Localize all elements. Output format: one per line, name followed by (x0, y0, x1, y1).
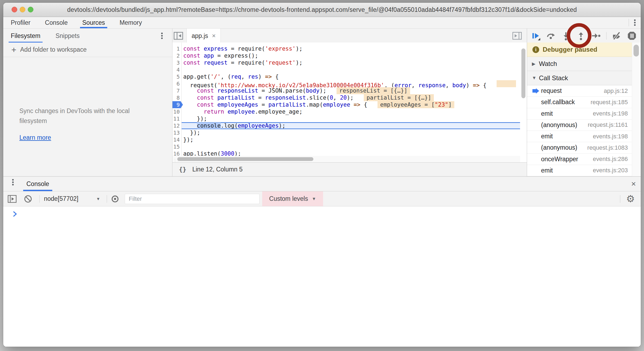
code-line[interactable]: }); (182, 115, 520, 122)
gutter-line-number[interactable]: 13 (172, 129, 181, 136)
main-toolbar: Profiler Console Sources Memory (3, 17, 641, 29)
console-menu-kebab-icon[interactable] (7, 177, 19, 188)
step-into-button[interactable] (560, 30, 572, 42)
frame-function-name: (anonymous) (541, 144, 577, 151)
pretty-print-icon[interactable]: {} (179, 166, 186, 173)
code-editor[interactable]: 1234567891011121314151617 const express … (172, 43, 527, 162)
gutter-line-number[interactable]: 4 (172, 66, 181, 73)
execution-code-line[interactable]: console.log(employeeAges); (182, 122, 520, 129)
code-line[interactable]: return employee.employee_age; (182, 108, 520, 115)
gutter-line-number[interactable]: 8 (172, 94, 181, 101)
code-line[interactable] (182, 66, 520, 73)
zoom-window-button[interactable] (28, 7, 33, 12)
code-line[interactable]: request('http://www.mocky.io/v2/5e1a9abe… (182, 80, 520, 87)
execution-context-select[interactable]: node[57702] ▼ (44, 195, 100, 202)
console-filter-input[interactable] (125, 194, 259, 204)
gutter-line-number[interactable]: 7 (172, 87, 181, 94)
show-debugger-sidebar-icon[interactable] (511, 29, 523, 43)
frame-function-name: request (541, 87, 562, 94)
code-line[interactable]: const partialList = responseList.slice(0… (182, 94, 520, 101)
show-console-sidebar-icon[interactable] (8, 195, 17, 203)
editor-code-area[interactable]: const express = require('express');const… (182, 43, 520, 162)
callstack-frame[interactable]: onceWrapperevents.js:286 (527, 154, 632, 165)
console-toolbar: node[57702] ▼ Custom levels ▼ ⚙ (3, 191, 641, 206)
editor-vertical-scrollbar[interactable] (520, 43, 527, 162)
file-tab-appjs[interactable]: app.js × (186, 29, 221, 43)
cursor-position-label: Line 12, Column 5 (192, 166, 243, 173)
callstack-frame[interactable]: emitevents.js:203 (527, 165, 632, 176)
sidebar-scrollbar[interactable] (632, 43, 641, 176)
navigator-menu-kebab-icon[interactable] (156, 29, 168, 43)
learn-more-link[interactable]: Learn more (19, 134, 51, 141)
sidebar-scroll-thumb[interactable] (633, 45, 639, 57)
gutter-line-number[interactable]: 15 (172, 143, 181, 150)
deactivate-breakpoints-button[interactable] (611, 30, 623, 42)
resume-script-button[interactable] (530, 30, 542, 42)
close-console-icon[interactable]: × (631, 177, 636, 191)
console-toolbar-divider (620, 195, 620, 203)
gutter-line-number[interactable]: 10 (172, 108, 181, 115)
callstack-frame[interactable]: requestapp.js:12 (527, 85, 632, 97)
main-menu-kebab-icon[interactable] (629, 17, 641, 28)
code-line[interactable]: const app = express(); (182, 52, 520, 59)
callstack-frame[interactable]: (anonymous)request.js:1083 (527, 142, 632, 153)
close-file-icon[interactable]: × (212, 33, 216, 39)
code-line[interactable]: }); (182, 136, 520, 143)
code-line[interactable]: app.get('/', (req, res) => { (182, 73, 520, 80)
inline-debug-value: partialList = [{…}] (364, 94, 434, 101)
console-prompt-chevron-icon[interactable] (13, 211, 17, 218)
tab-snippets[interactable]: Snippets (53, 29, 82, 43)
frame-function-name: emit (541, 133, 553, 140)
tab-console[interactable]: Console (42, 17, 70, 28)
console-settings-gear-icon[interactable]: ⚙ (626, 194, 635, 204)
watch-section-header[interactable]: ▶ Watch (527, 57, 632, 71)
code-line[interactable]: const employeeAges = partialList.map(emp… (182, 101, 520, 108)
minimize-window-button[interactable] (20, 7, 25, 12)
step-over-button[interactable] (545, 30, 557, 42)
callstack-section-header[interactable]: ▼ Call Stack (527, 71, 632, 85)
frame-location: request.js:1161 (588, 121, 628, 128)
gutter-line-number[interactable]: 3 (172, 59, 181, 66)
add-folder-button[interactable]: + Add folder to workspace (3, 43, 172, 57)
callstack-frame[interactable]: emitevents.js:198 (527, 131, 632, 142)
editor-horizontal-scrollbar[interactable] (172, 156, 520, 162)
gutter-line-number[interactable]: 2 (172, 52, 181, 59)
editor-vscroll-thumb[interactable] (521, 48, 525, 98)
log-levels-dropdown[interactable]: Custom levels ▼ (262, 191, 323, 206)
gutter-line-number[interactable]: 11 (172, 115, 181, 122)
tab-filesystem[interactable]: Filesystem (8, 29, 43, 43)
live-expression-eye-icon[interactable] (111, 195, 119, 203)
filesystem-panel: + Add folder to workspace Sync changes i… (3, 43, 172, 176)
gutter-line-number[interactable]: 12 (172, 122, 181, 129)
callstack-frame[interactable]: emitevents.js:198 (527, 108, 632, 120)
step-button[interactable] (590, 30, 602, 42)
code-line[interactable]: }); (182, 129, 520, 136)
clear-console-icon[interactable] (24, 195, 32, 203)
frame-function-name: self.callback (541, 99, 575, 106)
tab-sources[interactable]: Sources (79, 17, 108, 28)
callstack-frame[interactable]: (anonymous)request.js:1161 (527, 120, 632, 131)
code-line[interactable]: const request = require('request'); (182, 59, 520, 66)
inline-debug-value (497, 80, 516, 87)
current-frame-arrow-icon (532, 88, 539, 94)
hide-navigator-icon[interactable] (172, 29, 184, 43)
step-out-button[interactable] (575, 30, 587, 42)
tab-console-drawer[interactable]: Console (23, 177, 53, 191)
gutter-line-number[interactable]: 5 (172, 73, 181, 80)
editor-hscroll-thumb[interactable] (177, 157, 313, 161)
callstack-frame[interactable]: self.callbackrequest.js:185 (527, 97, 632, 108)
tab-memory[interactable]: Memory (117, 17, 145, 28)
code-line[interactable]: const express = require('express'); (182, 45, 520, 52)
sync-description: Sync changes in DevTools with the local … (19, 106, 146, 126)
gutter-line-number[interactable]: 14 (172, 136, 181, 143)
code-line[interactable] (182, 143, 520, 150)
tab-profiler[interactable]: Profiler (8, 17, 33, 28)
close-window-button[interactable] (12, 7, 17, 12)
gutter-line-number[interactable]: 6 (172, 80, 181, 87)
frame-location: app.js:12 (604, 87, 628, 94)
pause-on-exceptions-button[interactable] (626, 30, 638, 42)
console-output[interactable] (3, 206, 641, 347)
frame-location: events.js:198 (593, 110, 628, 117)
editor-gutter[interactable]: 1234567891011121314151617 (172, 43, 182, 162)
gutter-line-number[interactable]: 1 (172, 45, 181, 52)
